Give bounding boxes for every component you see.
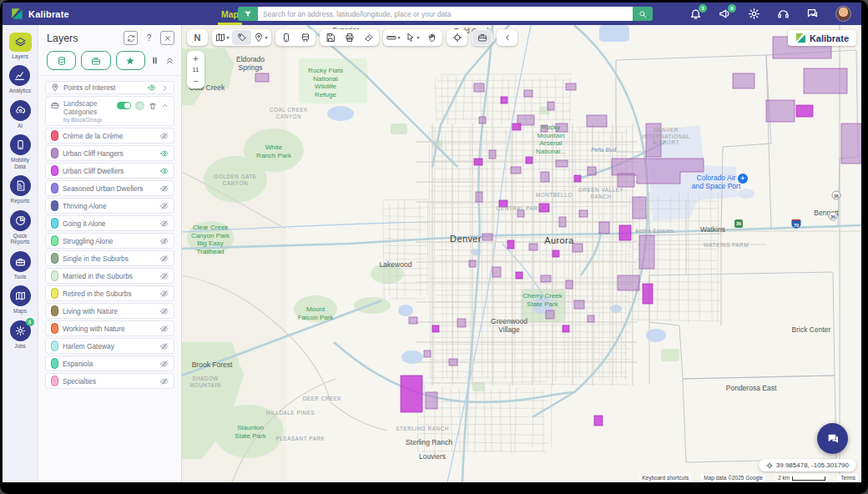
toolbar-group	[320, 29, 379, 46]
filter-button[interactable]	[238, 7, 258, 21]
visibility-eye-off-icon[interactable]	[160, 325, 169, 333]
user-avatar[interactable]	[835, 6, 851, 22]
sidebar-item-reports[interactable]: Reports	[10, 175, 31, 204]
zoom-in-button[interactable]: +	[187, 53, 204, 64]
search-button[interactable]	[633, 7, 653, 21]
support-chat-button[interactable]	[817, 423, 848, 454]
workspace-tool-button[interactable]	[472, 30, 492, 45]
help-button[interactable]: ?	[142, 31, 156, 45]
visibility-eye-off-icon[interactable]	[160, 307, 169, 315]
layer-row[interactable]: Crème de la Crème	[45, 128, 174, 144]
layer-row[interactable]: Thriving Alone	[45, 198, 174, 214]
visibility-eye-off-icon[interactable]	[160, 360, 169, 368]
visibility-eye-off-icon[interactable]	[160, 290, 169, 298]
visibility-eye-off-icon[interactable]	[160, 377, 169, 386]
layer-row[interactable]: Going it Alone	[45, 215, 174, 231]
north-tool-button[interactable]: N	[188, 30, 207, 45]
map-canvas[interactable]: SuperiorTodd CreekEldorado SpringsRocky …	[182, 25, 861, 482]
pin-tool-button[interactable]: ▼	[251, 30, 270, 45]
layer-row[interactable]: Urban Cliff Dwellers	[45, 163, 174, 179]
layer-row-points-of-interest[interactable]: Points of Interest	[45, 81, 174, 94]
transit-tool-button[interactable]	[295, 30, 315, 45]
print-tool-button[interactable]	[340, 30, 359, 45]
measure-tool-button[interactable]: ▼	[384, 30, 403, 45]
sidebar-item-layers[interactable]: Layers	[9, 33, 32, 59]
search-input[interactable]	[258, 7, 633, 21]
keyboard-shortcuts-link[interactable]: Keyboard shortcuts	[639, 474, 691, 481]
layer-row[interactable]: Married in the Suburbs	[45, 268, 174, 284]
route-shield: 36	[734, 219, 743, 228]
save-tool-button[interactable]	[320, 30, 340, 45]
layer-row[interactable]: Working with Nature	[45, 320, 174, 336]
chevron-up-icon[interactable]	[161, 102, 169, 109]
nav-item-map[interactable]: Map	[221, 3, 239, 25]
zoom-out-button[interactable]: −	[187, 75, 204, 87]
layer-row[interactable]: Specialties	[45, 373, 174, 389]
sidebar-item-mobility-data[interactable]: Mobility Data	[10, 134, 31, 169]
visibility-eye-off-icon[interactable]	[160, 202, 169, 210]
eraser-tool-button[interactable]	[359, 30, 378, 45]
sidebar-item-analytics[interactable]: Analytics	[9, 65, 31, 93]
visibility-eye-off-icon[interactable]	[160, 132, 169, 140]
tag-tool-button[interactable]	[232, 30, 251, 45]
sidebar-item-maps[interactable]: Maps	[10, 285, 31, 314]
layer-row[interactable]: Harlem Gateway	[45, 338, 174, 354]
terms-link[interactable]: Terms	[838, 474, 858, 481]
layer-row[interactable]: Espaniola	[45, 355, 174, 371]
visibility-eye-off-icon[interactable]	[160, 184, 169, 193]
layer-name: Going it Alone	[63, 219, 160, 228]
add-workspace-layer-button[interactable]	[81, 51, 110, 70]
layer-group-landscape-categories[interactable]: Landscape Categories by BlockGroup	[45, 96, 174, 126]
visibility-eye-icon[interactable]	[160, 149, 169, 158]
visibility-eye-icon[interactable]	[160, 167, 169, 175]
layer-row[interactable]: Single in the Suburbs	[45, 250, 174, 266]
layer-name: Married in the Suburbs	[63, 272, 160, 280]
refresh-layers-button[interactable]	[124, 31, 138, 45]
megaphone-button[interactable]: 8	[719, 8, 731, 20]
chat-button[interactable]	[806, 8, 819, 20]
pan-tool-button[interactable]	[422, 30, 442, 45]
jobs-icon: 3	[10, 320, 31, 341]
sidebar-item-quick-reports[interactable]: Quick Reports	[10, 210, 31, 245]
collapse-all-button[interactable]	[165, 56, 174, 65]
brand-logo[interactable]: Kalibrate	[11, 8, 69, 20]
sidebar-item-tools[interactable]: Tools	[10, 251, 31, 280]
group-eye-icon[interactable]	[135, 101, 144, 110]
layer-row[interactable]: Living with Nature	[45, 303, 174, 319]
visibility-eye-off-icon[interactable]	[160, 272, 169, 280]
bell-button[interactable]: 3	[689, 8, 702, 20]
basemap-tool-button[interactable]: ▼	[213, 30, 232, 45]
collapse-left-tool-button[interactable]	[497, 30, 517, 45]
locate-tool-button[interactable]	[447, 30, 467, 45]
layer-color-swatch	[51, 340, 58, 351]
gear-button[interactable]	[748, 8, 760, 20]
airport-poi-icon[interactable]: ✈	[738, 174, 748, 184]
select-tool-button[interactable]: ▼	[403, 30, 422, 45]
layer-row[interactable]: Seasoned Urban Dwellers	[45, 180, 174, 196]
sidebar-item-ai[interactable]: AI	[10, 100, 31, 129]
database-icon	[57, 56, 67, 66]
headset-button[interactable]	[777, 8, 790, 20]
layer-row[interactable]: Urban Cliff Hangers	[45, 145, 174, 161]
layer-name: Harlem Gateway	[63, 342, 160, 350]
visibility-eye-off-icon[interactable]	[160, 255, 169, 263]
chevron-right-icon[interactable]	[161, 84, 169, 92]
visibility-eye-off-icon[interactable]	[160, 237, 169, 245]
close-panel-button[interactable]	[160, 31, 174, 45]
group-toggle-on[interactable]	[117, 102, 131, 109]
visibility-eye-off-icon[interactable]	[160, 219, 169, 228]
layer-name: Urban Cliff Dwellers	[63, 167, 160, 175]
sidebar-item-label: Layers	[12, 53, 28, 59]
sidebar-item-jobs[interactable]: 3Jobs	[10, 320, 31, 349]
pause-layers-button[interactable]	[150, 56, 159, 65]
layer-name: Espaniola	[63, 360, 160, 368]
visibility-eye-icon[interactable]	[148, 83, 156, 92]
visibility-eye-off-icon[interactable]	[160, 342, 169, 350]
mobile-tool-button[interactable]	[276, 30, 295, 45]
favorites-layer-button[interactable]	[116, 51, 145, 70]
layer-row[interactable]: Retired in the Suburbs	[45, 285, 174, 301]
layer-row[interactable]: Struggling Alone	[45, 233, 174, 249]
sidebar-item-label: Mobility Data	[11, 157, 29, 169]
trash-icon[interactable]	[149, 102, 157, 110]
add-data-layer-button[interactable]	[47, 51, 76, 70]
